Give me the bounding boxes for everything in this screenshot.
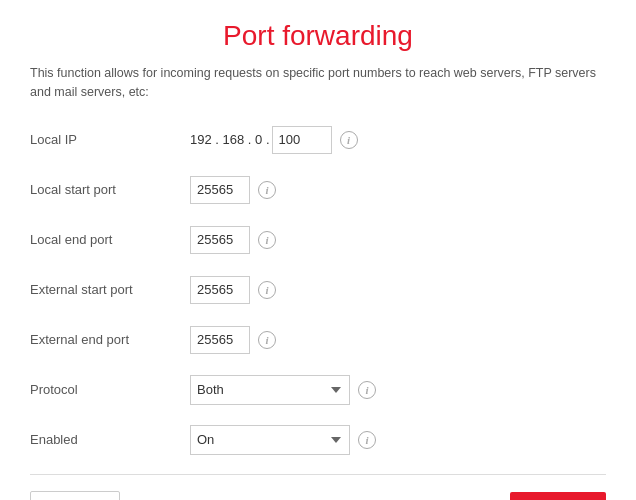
external-start-port-label: External start port [30, 282, 190, 297]
external-end-port-info-icon[interactable]: i [258, 331, 276, 349]
local-start-port-row: Local start port i [30, 172, 606, 208]
cancel-button[interactable]: Cancel [30, 491, 120, 501]
enabled-label: Enabled [30, 432, 190, 447]
external-start-port-input[interactable] [190, 276, 250, 304]
enabled-row: Enabled On Off i [30, 422, 606, 458]
local-ip-label: Local IP [30, 132, 190, 147]
local-ip-row: Local IP 192 . 168 . 0 . i [30, 122, 606, 158]
local-start-port-control: i [190, 176, 276, 204]
external-end-port-control: i [190, 326, 276, 354]
ip-prefix: 192 . 168 . 0 . [190, 132, 270, 147]
ip-group: 192 . 168 . 0 . [190, 126, 332, 154]
local-ip-control: 192 . 168 . 0 . i [190, 126, 358, 154]
external-end-port-label: External end port [30, 332, 190, 347]
local-end-port-info-icon[interactable]: i [258, 231, 276, 249]
local-end-port-label: Local end port [30, 232, 190, 247]
add-rule-button[interactable]: Add rule [510, 492, 606, 501]
external-start-port-row: External start port i [30, 272, 606, 308]
protocol-row: Protocol Both TCP UDP i [30, 372, 606, 408]
external-start-port-control: i [190, 276, 276, 304]
local-start-port-info-icon[interactable]: i [258, 181, 276, 199]
external-end-port-input[interactable] [190, 326, 250, 354]
enabled-select[interactable]: On Off [190, 425, 350, 455]
local-ip-info-icon[interactable]: i [340, 131, 358, 149]
local-ip-input[interactable] [272, 126, 332, 154]
description-text: This function allows for incoming reques… [30, 64, 606, 102]
footer-divider [30, 474, 606, 475]
local-start-port-input[interactable] [190, 176, 250, 204]
enabled-control: On Off i [190, 425, 376, 455]
protocol-info-icon[interactable]: i [358, 381, 376, 399]
protocol-select[interactable]: Both TCP UDP [190, 375, 350, 405]
port-forwarding-container: Port forwarding This function allows for… [0, 0, 636, 500]
enabled-info-icon[interactable]: i [358, 431, 376, 449]
local-end-port-input[interactable] [190, 226, 250, 254]
protocol-control: Both TCP UDP i [190, 375, 376, 405]
footer-row: Cancel Add rule [30, 491, 606, 501]
external-start-port-info-icon[interactable]: i [258, 281, 276, 299]
page-title: Port forwarding [30, 20, 606, 52]
local-end-port-control: i [190, 226, 276, 254]
local-end-port-row: Local end port i [30, 222, 606, 258]
protocol-label: Protocol [30, 382, 190, 397]
local-start-port-label: Local start port [30, 182, 190, 197]
external-end-port-row: External end port i [30, 322, 606, 358]
